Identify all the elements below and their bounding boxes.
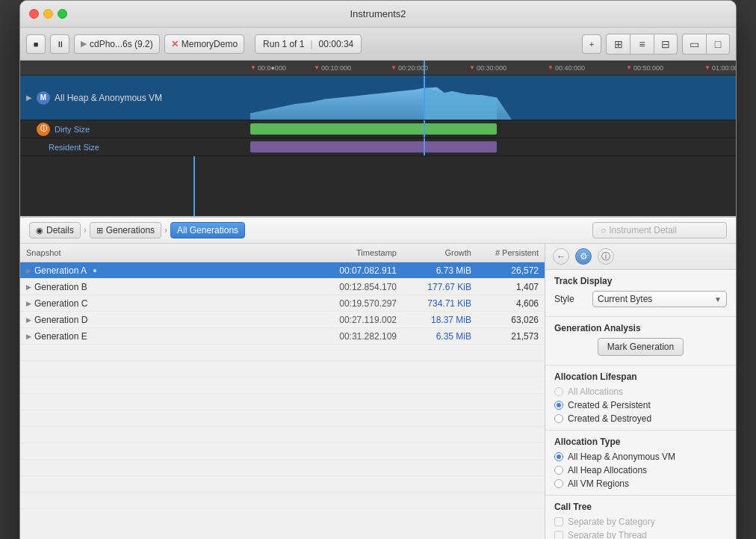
td-timestamp-b: 00:12.854.170: [306, 280, 403, 294]
view-list-button[interactable]: ≡: [630, 34, 654, 55]
radio-created-destroyed[interactable]: Created & Destroyed: [554, 413, 727, 424]
rp-settings-button[interactable]: ⚙: [575, 248, 592, 265]
cb-separate-category[interactable]: Separate by Category: [554, 517, 727, 527]
radio-circle: [554, 387, 563, 396]
minimize-button[interactable]: [43, 9, 53, 19]
radio-created-persistent[interactable]: Created & Persistent: [554, 400, 727, 410]
display-timeline-button[interactable]: ▭: [682, 34, 706, 55]
view-grid-button[interactable]: ⊞: [606, 34, 630, 55]
table-row[interactable]: ▶ Generation E 00:31.282.109 6.35 MiB 21…: [20, 328, 545, 345]
display-detail-button[interactable]: □: [706, 34, 730, 55]
empty-row: [20, 460, 545, 476]
td-persistent-e: 21,573: [477, 330, 545, 343]
main-area: 00:0●000 00:10:000 00:20:000 00:30:000 0…: [20, 61, 736, 216]
td-persistent-b: 1,407: [477, 280, 545, 294]
select-arrow: ▼: [714, 295, 722, 304]
breadcrumb-generations[interactable]: ⊞ Generations: [90, 222, 161, 238]
empty-row: [20, 345, 545, 361]
table-row[interactable]: ▶ Generation D 00:27.119.002 18.37 MiB 6…: [20, 312, 545, 328]
main-window: Instruments2 ■ ⏸ ▶ cdPho...6s (9.2) ✕ Me…: [19, 0, 737, 539]
breadcrumb-arrow-2: ›: [161, 225, 170, 235]
radio-all-heap-vm[interactable]: All Heap & Anonymous VM: [554, 452, 727, 462]
chart-playhead-empty: [193, 156, 195, 216]
radio-all-vm[interactable]: All VM Regions: [554, 478, 727, 489]
table-header: Snapshot Timestamp Growth # Persistent: [20, 244, 545, 262]
row-expand-c[interactable]: ▶: [26, 300, 31, 307]
tick-40: 00:40:000: [548, 64, 585, 72]
td-growth-d: 18.37 MiB: [403, 313, 477, 327]
display-toggle-group: ▭ □: [682, 34, 730, 55]
generation-analysis-section: Generation Analysis Mark Generation: [545, 317, 736, 366]
radio-all-heap[interactable]: All Heap Allocations: [554, 465, 727, 475]
td-growth-c: 734.71 KiB: [403, 297, 477, 310]
empty-row: [20, 394, 545, 410]
track-name-dirty: Dirty Size: [55, 125, 90, 134]
app-selector[interactable]: ✕ MemoryDemo: [164, 34, 244, 54]
tick-0: 00:0●000: [250, 64, 286, 72]
alloc-lifespan-title: Allocation Lifespan: [554, 372, 727, 382]
alloc-type-title: Allocation Type: [554, 437, 727, 447]
rp-back-button[interactable]: ←: [553, 248, 569, 265]
rp-info-button[interactable]: ⓘ: [598, 248, 614, 265]
style-row: Style Current Bytes ▼: [554, 291, 727, 307]
td-timestamp-c: 00:19.570.297: [306, 297, 403, 310]
allocation-type-section: Allocation Type All Heap & Anonymous VM …: [545, 431, 736, 496]
traffic-lights: [29, 9, 67, 19]
details-icon: ◉: [36, 226, 43, 235]
chart-playhead-resident: [424, 138, 425, 155]
lifespan-radio-group: All Allocations Created & Persistent Cre…: [554, 386, 727, 424]
td-growth-b: 177.67 KiB: [403, 280, 477, 294]
table-row[interactable]: ▶ Generation C 00:19.570.297 734.71 KiB …: [20, 295, 545, 312]
track-resident-size[interactable]: Resident Size: [20, 138, 736, 156]
content-split: Snapshot Timestamp Growth # Persistent ▶…: [20, 244, 736, 539]
track-chart-resident: [250, 138, 736, 155]
maximize-button[interactable]: [58, 9, 67, 19]
toolbar: ■ ⏸ ▶ cdPho...6s (9.2) ✕ MemoryDemo Run …: [20, 28, 736, 61]
td-snapshot-e: ▶ Generation E: [20, 330, 306, 343]
row-expand-a[interactable]: ▶: [26, 267, 31, 274]
generation-marker: ●: [93, 266, 97, 274]
view-split-button[interactable]: ⊟: [654, 34, 678, 55]
style-select[interactable]: Current Bytes ▼: [592, 291, 727, 307]
empty-row: [20, 443, 545, 460]
chart-playhead: [424, 76, 425, 120]
td-timestamp-d: 00:27.119.002: [306, 313, 403, 327]
alloc-type-radio-group: All Heap & Anonymous VM All Heap Allocat…: [554, 452, 727, 489]
expand-icon[interactable]: ▶: [26, 93, 32, 102]
row-expand-e[interactable]: ▶: [26, 333, 31, 340]
track-name-heap: All Heap & Anonymous VM: [55, 93, 162, 103]
chart-playhead-dirty: [424, 120, 425, 138]
td-snapshot-d: ▶ Generation D: [20, 313, 306, 327]
cb-separate-thread[interactable]: Separate by Thread: [554, 530, 727, 539]
add-instrument-button[interactable]: +: [582, 34, 601, 54]
track-chart-dirty: [250, 120, 736, 138]
call-tree-title: Call Tree: [554, 502, 727, 512]
empty-row: [20, 378, 545, 394]
table-row[interactable]: ▶ Generation A ● 00:07.082.911 6.73 MiB …: [20, 262, 545, 279]
playhead: [424, 61, 425, 75]
mark-generation-button[interactable]: Mark Generation: [598, 338, 684, 356]
style-label: Style: [554, 294, 588, 304]
th-snapshot: Snapshot: [20, 247, 306, 259]
track-name-resident: Resident Size: [49, 143, 99, 152]
breadcrumb-arrow-1: ›: [81, 225, 90, 235]
radio-all-allocations[interactable]: All Allocations: [554, 386, 727, 397]
td-persistent-a: 26,572: [477, 264, 545, 277]
track-dirty-size[interactable]: ▶ ⓘ Dirty Size: [20, 120, 736, 138]
stop-button[interactable]: ■: [26, 34, 46, 54]
table-row[interactable]: ▶ Generation B 00:12.854.170 177.67 KiB …: [20, 279, 545, 295]
heap-chart-svg: [250, 76, 736, 120]
pause-button[interactable]: ⏸: [50, 34, 69, 54]
breadcrumb-all-generations[interactable]: All Generations: [170, 222, 245, 238]
row-expand-b[interactable]: ▶: [26, 283, 31, 291]
track-heap-vm[interactable]: ▶ M All Heap & Anonymous VM: [20, 76, 736, 120]
row-expand-d[interactable]: ▶: [26, 316, 31, 324]
breadcrumb-details[interactable]: ◉ Details: [29, 222, 81, 238]
track-icon-heap: M: [37, 91, 50, 105]
close-button[interactable]: [29, 9, 39, 19]
table-rows: ▶ Generation A ● 00:07.082.911 6.73 MiB …: [20, 262, 545, 539]
device-selector[interactable]: ▶ cdPho...6s (9.2): [74, 34, 160, 54]
empty-row: [20, 476, 545, 493]
td-growth-a: 6.73 MiB: [403, 264, 477, 277]
timeline-ticks: 00:0●000 00:10:000 00:20:000 00:30:000 0…: [250, 61, 736, 75]
